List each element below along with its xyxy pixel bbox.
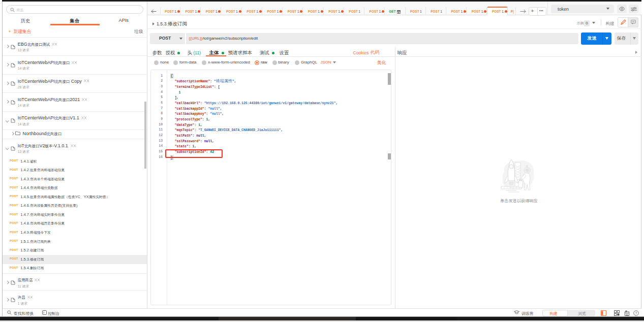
svg-text:?: ? (635, 311, 637, 315)
